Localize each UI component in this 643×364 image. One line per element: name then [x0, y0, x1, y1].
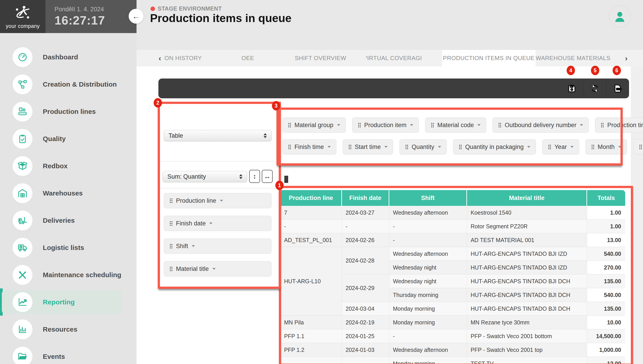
view-type-select[interactable]: Table [164, 130, 272, 141]
table-total-cell: 540.00 [587, 247, 625, 261]
table-cell: TEST TV [467, 357, 587, 364]
sidebar-item-maintenance-scheduling[interactable]: Maintenance scheduling [0, 261, 136, 288]
sidebar-item-events[interactable]: Events [0, 343, 136, 364]
company-logo: your company [0, 0, 46, 33]
tab-virtual-coverage[interactable]: VIRTUAL COVERAGE [366, 50, 421, 66]
chevron-down-icon [192, 245, 195, 247]
sidebar-item-label: Warehouses [43, 190, 83, 197]
export-button[interactable] [606, 78, 629, 98]
truck-clock-icon [17, 242, 28, 253]
table-cell: AD TEST MATERIAL 001 [467, 233, 587, 247]
tab-oee[interactable]: OEE [234, 50, 261, 66]
table-cell: 2024-01-25 [342, 329, 389, 343]
table-row: PFP 1.12024-01-25-PFP - Swatch Veco 2001… [281, 329, 625, 343]
grip-icon [169, 244, 173, 248]
chip-label: Quantity [412, 144, 434, 150]
row-field-material-title[interactable]: Material title [164, 261, 272, 276]
refresh-icon [590, 84, 599, 93]
grip-icon [601, 122, 604, 128]
sort-horizontal-button[interactable]: ↔ [262, 170, 273, 183]
filter-fields-row-1: Material groupProduction itemMaterial co… [282, 118, 643, 133]
company-logo-icon [14, 4, 32, 23]
back-button[interactable]: ← [129, 9, 143, 24]
table-cell: AD_TEST_PL_001 [281, 233, 342, 247]
table-cell: Wednesday night [389, 274, 467, 288]
filter-field-material-code[interactable]: Material code [425, 118, 486, 133]
refresh-button[interactable] [583, 78, 606, 98]
pivot-toolbar [158, 78, 629, 98]
tab-shift-overview[interactable]: SHIFT OVERVIEW [293, 50, 348, 66]
table-total-cell: 540.00 [587, 288, 625, 302]
filter-field-quantity[interactable]: Quantity [399, 139, 447, 154]
sidebar-item-reporting[interactable]: Reporting [0, 288, 136, 316]
sidebar-item-production-lines[interactable]: Production lines [0, 98, 136, 125]
environment-label: STAGE ENVIRONMENT [158, 6, 222, 12]
filter-field-start-time[interactable]: Start time [343, 139, 393, 154]
tab-warehouse-materials[interactable]: WAREHOUSE MATERIALS [536, 50, 610, 66]
sidebar-item-dashboard[interactable]: Dashboard [0, 44, 136, 71]
filter-field-production-item[interactable]: Production item [352, 118, 419, 133]
chip-label: Month [598, 144, 615, 150]
row-field-shift[interactable]: Shift [164, 238, 272, 254]
filter-field-outbound-delivery-number[interactable]: Outbound delivery number [493, 118, 589, 133]
view-type-value: Table [168, 132, 183, 139]
truck-clock-icon-circle [13, 238, 33, 258]
drag-handle[interactable] [284, 176, 288, 183]
tab-on-history[interactable]: ON HISTORY [163, 50, 203, 66]
table-cell: 2024-01-03 [342, 343, 389, 357]
sidebar-item-redbox[interactable]: Redbox [0, 152, 136, 180]
sort-vertical-button[interactable]: ↕ [249, 170, 260, 183]
sidebar-item-label: Resources [43, 326, 77, 333]
chip-label: Finish date [176, 220, 206, 227]
grip-icon [498, 122, 502, 128]
aggregation-select[interactable]: Sum: Quantity [163, 171, 247, 182]
warehouse-icon [17, 188, 28, 198]
sidebar-item-label: Events [43, 353, 65, 360]
chevron-down-icon [570, 146, 574, 148]
pivot-table-container: Production lineFinish dateShiftMaterial … [281, 190, 628, 364]
sidebar-item-resources[interactable]: Resources [0, 316, 136, 343]
sidebar-item-warehouses[interactable]: Warehouses [0, 180, 136, 207]
table-cell: - [281, 220, 342, 233]
row-field-finish-date[interactable]: Finish date [164, 216, 272, 231]
table-row: AD_TEST_PL_0012024-02-26-AD TEST MATERIA… [281, 233, 625, 247]
table-cell: - [389, 233, 467, 247]
chip-label: Year [554, 144, 567, 150]
filter-field-year[interactable]: Year [542, 139, 579, 154]
sidebar-item-quality[interactable]: Quality [0, 125, 136, 152]
user-avatar-button[interactable] [609, 6, 631, 28]
table-total-cell: 10.00 [587, 316, 625, 329]
open-box-icon-circle [13, 156, 33, 176]
sidebar-item-creation-distribution[interactable]: Creation & Distribution [0, 71, 136, 98]
chevron-down-icon [212, 268, 216, 270]
filter-field-quantity-in-packaging[interactable]: Quantity in packaging [453, 139, 536, 154]
filter-field-finish-time[interactable]: Finish time [282, 139, 336, 154]
column-header-totals: Totals [587, 190, 625, 206]
chevron-down-icon [580, 124, 583, 126]
table-cell: HUT-ARG-ENCAPS TINTADO BJI IZD [467, 247, 587, 261]
table-total-cell: 1.00 [587, 220, 625, 233]
chevron-down-icon [328, 146, 331, 148]
table-cell: 2024-03-27 [342, 206, 389, 220]
filter-field-month[interactable]: Month [585, 139, 627, 154]
tab-production-items-in-queue[interactable]: PRODUCTION ITEMS IN QUEUE [442, 50, 536, 66]
grip-icon [431, 122, 434, 128]
right-gutter [631, 66, 643, 364]
row-field-production-line[interactable]: Production line [164, 193, 272, 208]
table-cell: Wednesday afternoon [389, 343, 467, 357]
filter-field-production-time[interactable]: Production time [595, 118, 643, 133]
chevron-down-icon [477, 124, 481, 126]
table-cell: HUT-ARG-ENCAPS TINTADO BJI DCH [467, 274, 587, 288]
filter-field-day[interactable]: Day [633, 139, 643, 154]
page-title: Production items in queue [150, 12, 292, 25]
filter-field-material-group[interactable]: Material group [282, 118, 346, 133]
conveyor-icon-circle [13, 102, 33, 122]
chip-label: Production item [364, 122, 407, 129]
select-arrows-icon [239, 174, 243, 179]
sidebar-item-logistic-lists[interactable]: Logistic lists [0, 234, 136, 261]
sidebar-item-label: Quality [43, 135, 66, 143]
save-button[interactable] [560, 78, 583, 98]
sidebar-item-deliveries[interactable]: Deliveries [0, 207, 136, 234]
tabs-scroll-right-icon[interactable]: › [619, 50, 633, 66]
chip-label: Quantity in packaging [465, 144, 524, 150]
